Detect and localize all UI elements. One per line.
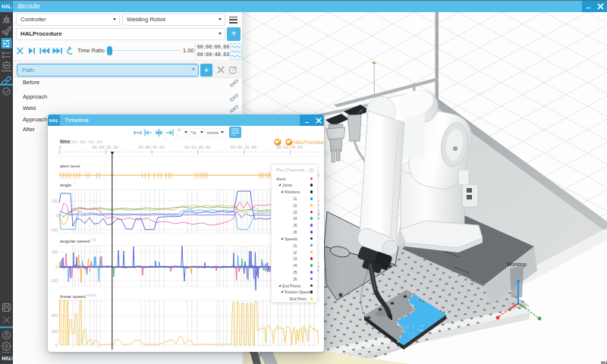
svg-text:linear speed: linear speed	[60, 293, 86, 299]
svg-text:HA: HA	[601, 359, 607, 364]
svg-text:°: °	[74, 181, 76, 186]
svg-text:0: 0	[55, 265, 58, 269]
svg-text:400: 400	[52, 314, 58, 318]
svg-text:0: 0	[55, 214, 58, 218]
svg-text:-100: -100	[50, 279, 58, 283]
svg-text:100: 100	[52, 250, 58, 254]
svg-text:-100: -100	[50, 228, 58, 232]
svg-text:angular speed: angular speed	[60, 238, 90, 243]
svg-text:alert level: alert level	[60, 163, 80, 168]
svg-text:HΛL: HΛL	[2, 356, 12, 361]
svg-text:0: 0	[55, 344, 58, 347]
svg-text:angle: angle	[60, 182, 72, 187]
svg-text:Worktop: Worktop	[507, 262, 527, 268]
svg-text:HALProcedure: HALProcedure	[294, 140, 324, 145]
svg-text:°/s: °/s	[91, 237, 96, 242]
svg-text:mm/s: mm/s	[87, 293, 97, 297]
svg-text:100: 100	[52, 199, 58, 203]
svg-text:200: 200	[52, 330, 58, 334]
